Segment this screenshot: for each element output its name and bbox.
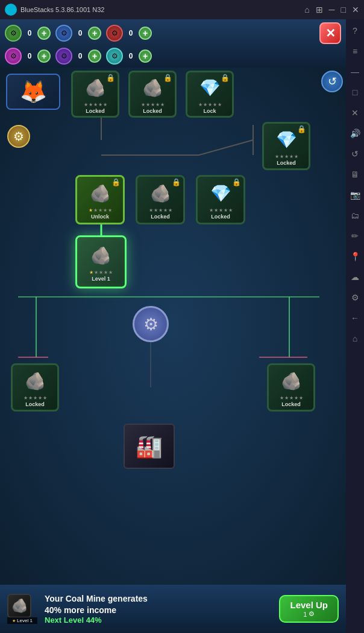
sidebar-home-icon[interactable]: ⌂: [348, 332, 362, 345]
svg-line-9: [199, 140, 253, 155]
sidebar-back-icon[interactable]: ←: [348, 311, 362, 325]
node-locked-mid2[interactable]: 🔒 💎 ★★★ ★★ Locked: [196, 175, 245, 224]
income-text-line1: Your Coal Mine generates: [45, 593, 272, 604]
titlebar-controls: ⌂ ⊞ ─ □ ✕: [304, 5, 359, 14]
sidebar-close-icon[interactable]: ✕: [348, 106, 362, 119]
sidebar-rotate-icon[interactable]: ↺: [348, 147, 362, 161]
lock-icon-m2: 🔒: [232, 178, 241, 186]
green-count: 0: [24, 29, 36, 37]
character-avatar[interactable]: 🦊: [6, 74, 60, 110]
lock-icon-1: 🔒: [106, 74, 115, 82]
toolbar-row-1: ⚙ 0 + ⚙ 0 + ⚙ 0 + ✕: [5, 22, 341, 44]
level-up-button[interactable]: Level Up 1 ⚙: [279, 595, 339, 623]
refresh-button[interactable]: ↺: [321, 71, 343, 92]
titlebar: BlueStacks 5.3.86.1001 N32 ⌂ ⊞ ─ □ ✕: [0, 0, 364, 19]
node-locked-bot-left[interactable]: 🪨 ★★★ ★★ Locked: [11, 363, 59, 412]
small-gear-float: ⚙: [7, 125, 30, 148]
node-locked-bot-right[interactable]: 🪨 ★★★ ★★ Locked: [267, 363, 315, 412]
blue-count: 0: [74, 29, 86, 37]
maximize-icon[interactable]: □: [341, 5, 346, 14]
sidebar-minimize-icon[interactable]: —: [348, 65, 362, 78]
node-stars-m2: ★★★ ★★: [209, 208, 233, 213]
resource-red: ⚙ 0 +: [106, 25, 152, 42]
node-label-level1: Level 1: [92, 276, 110, 282]
blue-gear-icon: ⚙: [55, 25, 72, 42]
coal-level-badge: ★ Level 1: [7, 617, 37, 624]
node-locked-top1[interactable]: 🔒 🪨 ★★★ ★★ Locked: [71, 71, 119, 118]
node-stars-level1: ★★★ ★★: [89, 270, 113, 275]
sidebar-edit-icon[interactable]: ✏: [348, 229, 362, 243]
pink-add-button[interactable]: +: [37, 49, 51, 63]
bottom-bar: 🪨 ★ Level 1 Your Coal Mine generates 40%…: [0, 585, 346, 633]
node-locked-mid1[interactable]: 🔒 🪨 ★★★ ★★ Locked: [136, 175, 185, 224]
coal-icon: 🪨: [7, 594, 31, 618]
income-main2: 40% more income: [45, 605, 116, 615]
lock-icon-2: 🔒: [163, 74, 172, 82]
minimize-icon[interactable]: ─: [329, 5, 335, 14]
node-image-m2: 💎: [207, 180, 234, 206]
teal-add-button[interactable]: +: [139, 49, 152, 63]
node-label-unlock: Unlock: [91, 214, 109, 220]
red-count: 0: [125, 29, 137, 37]
sidebar-camera-icon[interactable]: 📷: [348, 188, 362, 202]
resource-blue: ⚙ 0 +: [55, 25, 101, 42]
coal-level-text: Level 1: [17, 618, 33, 623]
sidebar-cloud-icon[interactable]: ☁: [348, 270, 362, 284]
node-locked-top3[interactable]: 🔒 💎 ★★★ ★★ Lock: [186, 71, 234, 118]
green-gear-icon: ⚙: [5, 25, 22, 42]
node-level1[interactable]: 🪨 ★★★ ★★ Level 1: [75, 235, 127, 288]
resource-pink: ⚙ 0 +: [5, 48, 51, 65]
teal-count: 0: [125, 52, 137, 60]
node-image-br: 🪨: [278, 367, 304, 394]
home-icon[interactable]: ⌂: [304, 5, 309, 14]
lock-icon-3: 🔒: [221, 74, 230, 82]
coal-mine-building[interactable]: 🏭: [124, 424, 175, 469]
node-stars-2: ★★★ ★★: [141, 102, 165, 107]
sidebar-display-icon[interactable]: 🖥: [348, 168, 362, 181]
resource-purple: ⚙ 0 +: [55, 48, 101, 65]
node-label-locked-bl: Locked: [25, 401, 45, 407]
node-label-locked2: Locked: [143, 108, 162, 114]
node-stars-rt: ★★★ ★★: [275, 154, 298, 159]
game-area: 🦊 ⚙ ↺ 🔒 🪨 ★★★ ★★ Locked 🔒 🪨 ★★★ ★★ Locke…: [0, 68, 346, 585]
lock-icon-unlock: 🔒: [111, 178, 121, 186]
close-icon[interactable]: ✕: [352, 5, 359, 14]
node-label-locked3: Lock: [203, 108, 216, 114]
sidebar-settings-icon[interactable]: ⚙: [348, 291, 362, 304]
game-close-button[interactable]: ✕: [319, 22, 341, 44]
blue-add-button[interactable]: +: [88, 27, 101, 40]
income-text-line2: 40% more income: [45, 605, 272, 616]
node-image-1: 🪨: [82, 74, 108, 101]
bluestacks-logo: [5, 4, 17, 16]
red-gear-icon: ⚙: [106, 25, 123, 42]
sidebar-maximize-icon[interactable]: □: [348, 86, 362, 99]
node-locked-top2[interactable]: 🔒 🪨 ★★★ ★★ Locked: [128, 71, 177, 118]
sidebar-files-icon[interactable]: 🗂: [348, 209, 362, 222]
sidebar-volume-icon[interactable]: 🔊: [348, 127, 362, 140]
lock-icon-m1: 🔒: [172, 178, 181, 186]
green-add-button[interactable]: +: [37, 27, 51, 40]
purple-count: 0: [74, 52, 86, 60]
purple-add-button[interactable]: +: [88, 49, 101, 63]
sidebar-location-icon[interactable]: 📍: [348, 250, 362, 263]
node-image-rt: 💎: [273, 126, 300, 153]
menu-icon[interactable]: ⊞: [316, 5, 323, 14]
level-up-label: Level Up: [290, 600, 328, 610]
node-image-3: 💎: [196, 74, 223, 101]
bottom-info-text: Your Coal Mine generates 40% more income…: [45, 593, 272, 624]
node-label-locked-m2: Locked: [211, 214, 230, 220]
center-gear-node[interactable]: ⚙: [133, 306, 169, 342]
resource-green: ⚙ 0 +: [5, 25, 51, 42]
level-up-sub: 1 ⚙: [303, 610, 315, 618]
node-stars-br: ★★★ ★★: [280, 395, 303, 401]
sidebar-menu-icon[interactable]: ≡: [348, 45, 362, 58]
node-image-bl: 🪨: [22, 367, 48, 394]
node-image-m1: 🪨: [147, 180, 174, 206]
node-locked-right-top[interactable]: 🔒 💎 ★★★ ★★ Locked: [262, 122, 310, 170]
sidebar-help-icon[interactable]: ?: [348, 24, 362, 37]
node-stars-m1: ★★★ ★★: [149, 208, 172, 213]
pink-count: 0: [24, 52, 36, 60]
node-unlock[interactable]: 🔒 🪨 ★★★ ★★ Unlock: [75, 175, 125, 224]
node-stars-unlock: ★★★ ★★: [89, 208, 112, 213]
red-add-button[interactable]: +: [139, 27, 152, 40]
